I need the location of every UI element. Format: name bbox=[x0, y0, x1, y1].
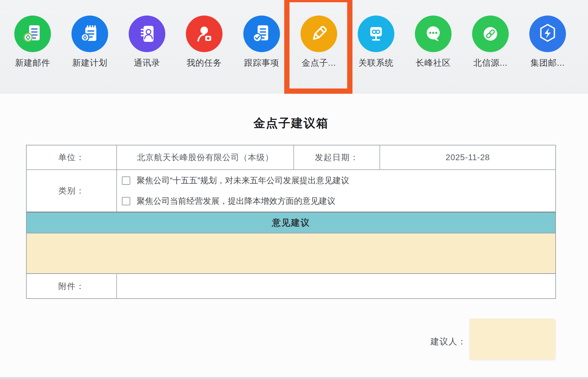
dock-item-label: 集团邮... bbox=[520, 57, 575, 68]
dock-item-tracking-items[interactable]: 跟踪事项 bbox=[234, 0, 289, 93]
my-tasks-icon bbox=[186, 16, 223, 52]
page-title: 金点子建议箱 bbox=[26, 115, 556, 132]
dock-item-group-mail[interactable]: 集团邮... bbox=[520, 0, 575, 93]
contacts-icon bbox=[129, 16, 165, 52]
tracking-items-icon bbox=[243, 16, 280, 52]
suggestion-form-table: 单位： 北京航天长峰股份有限公司（本级） 发起日期： 2025-11-28 类别… bbox=[26, 145, 556, 299]
dock-item-my-tasks[interactable]: 我的任务 bbox=[177, 0, 232, 93]
dock-item-new-mail[interactable]: 新建邮件 bbox=[5, 0, 60, 93]
linked-systems-icon bbox=[358, 16, 394, 52]
dock-item-label: 关联系统 bbox=[348, 57, 404, 68]
unit-label: 单位： bbox=[27, 145, 117, 170]
community-chat-icon bbox=[415, 16, 452, 52]
attachment-label: 附件： bbox=[27, 274, 117, 298]
dock-item-beixinyuan[interactable]: 北信源... bbox=[463, 0, 518, 93]
category-option-text: 聚焦公司“十五五”规划，对未来五年公司发展提出意见建议 bbox=[137, 175, 349, 186]
window-bottom-edge bbox=[0, 377, 588, 379]
dock-item-label: 长峰社区 bbox=[406, 57, 461, 68]
beixinyuan-link-icon bbox=[472, 16, 509, 52]
dock-item-label: 金点子... bbox=[291, 57, 346, 68]
category-option-1: 聚焦公司“十五五”规划，对未来五年公司发展提出意见建议 bbox=[122, 175, 349, 185]
dock-item-label: 跟踪事项 bbox=[234, 57, 289, 68]
start-date-value: 2025-11-28 bbox=[380, 145, 555, 170]
dock-item-label: 我的任务 bbox=[177, 57, 232, 68]
start-date-label: 发起日期： bbox=[294, 145, 380, 170]
suggestion-section-header: 意见建议 bbox=[27, 212, 555, 233]
dock-item-new-plan[interactable]: 新建计划 bbox=[62, 0, 117, 93]
category-option-2: 聚焦公司当前经营发展，提出降本增效方面的意见建议 bbox=[122, 196, 335, 206]
new-plan-icon bbox=[71, 16, 108, 52]
golden-idea-pencil-icon bbox=[301, 16, 337, 52]
category-checkbox-2[interactable] bbox=[122, 197, 130, 205]
unit-value: 北京航天长峰股份有限公司（本级） bbox=[117, 145, 294, 170]
dock-item-contacts[interactable]: 通讯录 bbox=[119, 0, 175, 93]
attachment-field[interactable] bbox=[117, 275, 556, 298]
category-checkbox-1[interactable] bbox=[122, 176, 130, 185]
golden-idea-suggestion-page: 新建邮件 新建计划 bbox=[0, 0, 588, 379]
dock-item-label: 新建邮件 bbox=[5, 57, 60, 68]
category-label: 类别： bbox=[27, 170, 117, 212]
group-mail-bolt-icon bbox=[529, 16, 566, 52]
dock-item-community[interactable]: 长峰社区 bbox=[406, 0, 461, 93]
dock-item-linked-systems[interactable]: 关联系统 bbox=[348, 0, 404, 93]
dock-item-golden-idea[interactable]: 金点子... bbox=[291, 0, 346, 93]
new-mail-icon bbox=[14, 16, 51, 52]
suggestion-textarea[interactable] bbox=[27, 233, 555, 274]
proposer-label: 建议人： bbox=[414, 336, 467, 347]
dock-item-label: 新建计划 bbox=[62, 57, 117, 68]
category-option-text: 聚焦公司当前经营发展，提出降本增效方面的意见建议 bbox=[137, 196, 335, 207]
proposer-input[interactable] bbox=[470, 319, 555, 360]
app-dock: 新建邮件 新建计划 bbox=[0, 0, 588, 93]
dock-item-label: 北信源... bbox=[463, 57, 518, 68]
dock-item-label: 通讯录 bbox=[119, 57, 175, 68]
